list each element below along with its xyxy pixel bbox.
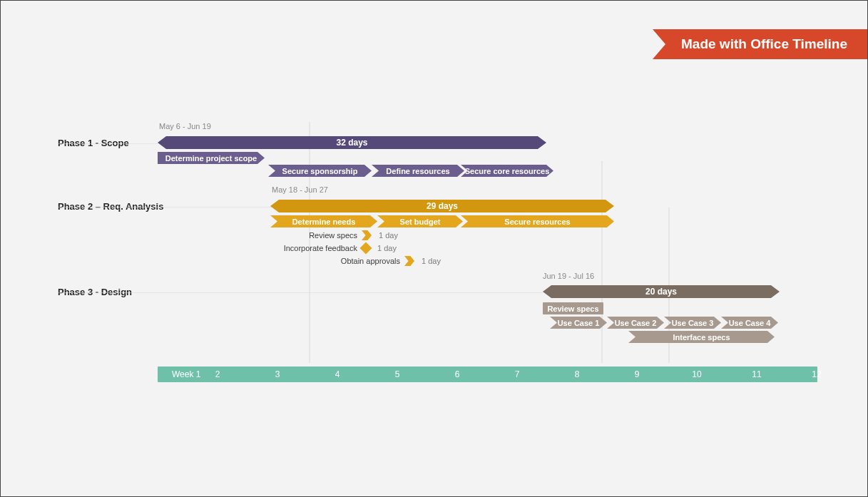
- ribbon-badge: Made with Office Timeline: [653, 29, 867, 59]
- task-bar: Review specs: [543, 302, 603, 314]
- task-bar: Use Case 2: [607, 317, 664, 329]
- task-bar: Secure resources: [461, 215, 614, 227]
- week-axis: Week 1 2 3 4 5 6 7 8 9 10 11 12: [158, 367, 817, 382]
- milestone: Obtain approvals 1 day: [322, 255, 441, 267]
- phase-daterange: May 6 - Jun 19: [159, 122, 211, 130]
- row-guide: [58, 143, 158, 144]
- task-bar: Use Case 1: [550, 317, 607, 329]
- chevron-icon: [404, 256, 414, 266]
- row-guide: [58, 292, 543, 293]
- task-bar: Define resources: [372, 165, 464, 177]
- task-bar: Secure core resources: [461, 165, 553, 177]
- task-bar: Set budget: [377, 215, 463, 227]
- row-guide: [58, 207, 272, 207]
- milestone: Review specs 1 day: [279, 229, 398, 242]
- task-bar: Interface specs: [628, 331, 775, 343]
- milestone: Incorporate feedback 1 day: [279, 242, 397, 255]
- diamond-icon: [360, 242, 372, 255]
- task-bar: Determine project scope: [158, 152, 265, 164]
- phase-daterange: May 18 - Jun 27: [272, 185, 328, 194]
- task-bar: Use Case 4: [721, 317, 778, 329]
- phase-summary-bar: 32 days: [158, 136, 546, 149]
- chevron-icon: [362, 230, 372, 240]
- phase-summary-bar: 29 days: [270, 200, 614, 212]
- phase-daterange: Jun 19 - Jul 16: [543, 272, 594, 280]
- task-bar: Use Case 3: [664, 317, 721, 329]
- timeline-canvas: Phase 1 - Scope May 6 - Jun 19 32 days D…: [58, 122, 817, 382]
- phase-summary-bar: 20 days: [543, 285, 780, 298]
- task-bar: Secure sponsorship: [268, 165, 372, 177]
- task-bar: Determine needs: [270, 215, 377, 227]
